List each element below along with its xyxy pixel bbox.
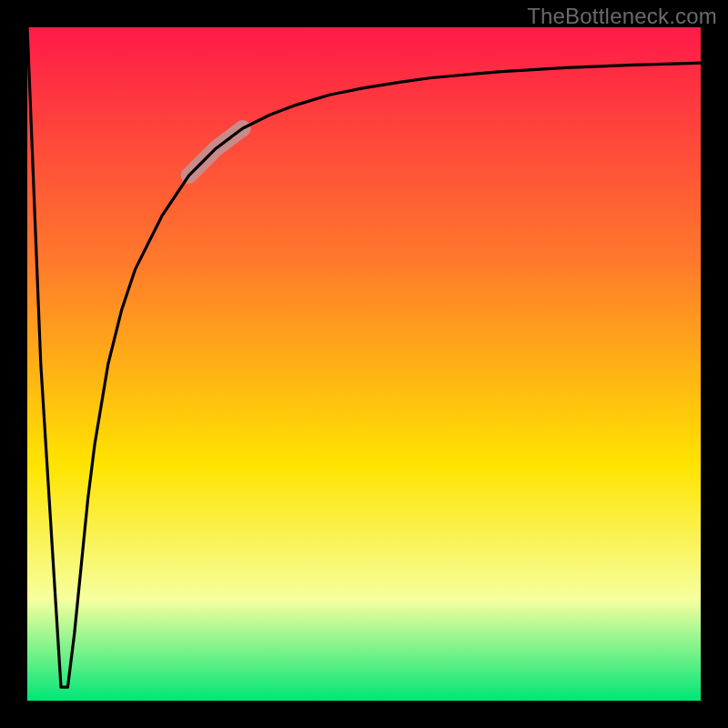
plot-background (27, 27, 701, 701)
bottleneck-chart (0, 0, 728, 728)
chart-container: TheBottleneck.com (0, 0, 728, 728)
watermark-text: TheBottleneck.com (527, 4, 717, 29)
